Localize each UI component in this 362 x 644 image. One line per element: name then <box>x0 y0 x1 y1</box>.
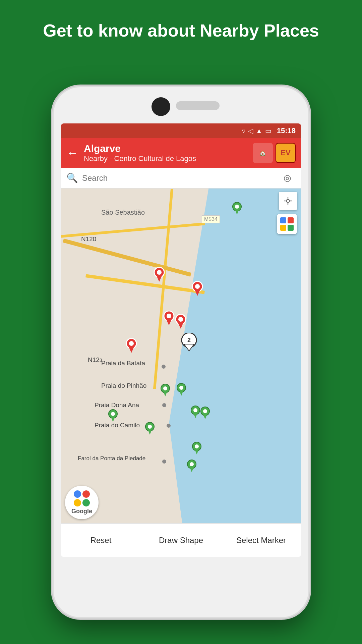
red-pin-3[interactable] <box>163 311 175 327</box>
green-pin-top[interactable] <box>232 202 242 217</box>
select-marker-button[interactable]: Select Marker <box>221 524 301 557</box>
svg-marker-28 <box>156 275 162 282</box>
search-icon: 🔍 <box>66 172 78 183</box>
svg-marker-43 <box>184 344 194 351</box>
beach-dot-farol <box>162 460 166 464</box>
svg-marker-25 <box>189 466 194 472</box>
search-bar: 🔍 ◎ <box>61 168 301 189</box>
svg-marker-4 <box>111 416 115 422</box>
reset-button[interactable]: Reset <box>61 524 141 557</box>
status-bar: ▿ ◁ ▲ ▭ 15:18 <box>61 123 301 138</box>
svg-point-45 <box>286 199 289 202</box>
beach-dot-1 <box>162 365 166 369</box>
location-target-button[interactable] <box>279 192 297 210</box>
svg-point-23 <box>195 444 199 448</box>
svg-marker-22 <box>194 448 199 454</box>
search-input[interactable] <box>82 173 279 183</box>
cluster-marker[interactable]: 2 <box>179 333 199 354</box>
place-praia-pinhao: Praia do Pinhão <box>101 382 146 389</box>
map-layers-button[interactable] <box>277 214 297 234</box>
reset-label: Reset <box>90 536 112 545</box>
green-pin-6[interactable] <box>200 407 210 421</box>
svg-marker-31 <box>194 289 200 296</box>
svg-point-2 <box>235 205 239 209</box>
phone-speaker <box>176 101 220 110</box>
green-pin-5[interactable] <box>190 406 200 420</box>
svg-point-20 <box>203 409 207 413</box>
road-main <box>63 238 191 277</box>
svg-point-38 <box>178 317 183 322</box>
svg-text:2: 2 <box>187 337 191 343</box>
home-button[interactable]: 🏠 <box>253 143 273 163</box>
back-button[interactable]: ← <box>66 146 78 160</box>
svg-point-14 <box>179 386 183 390</box>
svg-marker-19 <box>203 413 207 419</box>
red-pin-2[interactable] <box>192 281 203 297</box>
battery-icon: ▭ <box>265 127 272 135</box>
svg-marker-10 <box>163 390 168 396</box>
beach-dot-4 <box>167 424 171 428</box>
app-bar: ← Algarve Nearby - Centro Cultural de La… <box>61 138 301 168</box>
svg-point-29 <box>157 270 162 275</box>
svg-point-11 <box>163 386 167 390</box>
select-marker-label: Select Marker <box>236 536 286 545</box>
svg-marker-37 <box>178 322 184 329</box>
svg-point-35 <box>167 314 171 318</box>
ev-button[interactable]: EV <box>276 143 296 163</box>
svg-marker-13 <box>179 390 184 396</box>
place-sao-sebastiao: São Sebastião <box>101 209 145 216</box>
app-title-main: Algarve <box>84 143 253 154</box>
my-location-button[interactable]: ◎ <box>279 170 296 186</box>
phone-camera <box>152 97 170 116</box>
red-pin-1[interactable] <box>154 267 165 283</box>
phone-screen: ▿ ◁ ▲ ▭ 15:18 ← Algarve Nearby - Centro … <box>61 123 301 557</box>
svg-point-5 <box>111 412 115 416</box>
hero-title: Get to know about Nearby Places <box>0 0 362 54</box>
bottom-bar: Reset Draw Shape Select Marker <box>61 523 301 557</box>
svg-point-32 <box>195 284 200 289</box>
red-pin-5[interactable] <box>126 338 137 354</box>
draw-shape-button[interactable]: Draw Shape <box>141 524 221 557</box>
signal-icon: ◁ <box>248 127 253 135</box>
svg-point-26 <box>190 462 194 466</box>
draw-shape-label: Draw Shape <box>159 536 203 545</box>
place-praia-dona-ana: Praia Dona Ana <box>95 401 139 409</box>
svg-marker-1 <box>235 209 239 215</box>
green-pin-7[interactable] <box>192 442 202 457</box>
beach-dot-3 <box>162 403 166 407</box>
place-farol: Farol da Ponta da Piedade <box>78 455 145 462</box>
app-bar-title: Algarve Nearby - Centro Cultural de Lago… <box>84 143 253 163</box>
phone-mockup: ▿ ◁ ▲ ▭ 15:18 ← Algarve Nearby - Centro … <box>54 87 308 617</box>
status-icons: ▿ ◁ ▲ ▭ 15:18 <box>242 126 296 135</box>
svg-point-8 <box>148 425 152 429</box>
green-pin-3[interactable] <box>160 384 170 398</box>
road-horizontal-2 <box>85 274 205 294</box>
wifi-icon: ▿ <box>242 127 245 135</box>
svg-point-41 <box>129 341 134 346</box>
signal-full-icon: ▲ <box>256 127 262 135</box>
google-text: Google <box>71 508 92 515</box>
green-pin-8[interactable] <box>187 460 197 474</box>
road-label-m534: M534 <box>202 215 220 223</box>
svg-marker-7 <box>147 429 152 435</box>
green-pin-2[interactable] <box>145 422 155 437</box>
svg-marker-40 <box>128 346 134 353</box>
svg-marker-34 <box>166 319 172 325</box>
place-praia-batata: Praia da Batata <box>101 360 145 367</box>
app-title-sub: Nearby - Centro Cultural de Lagos <box>84 154 253 163</box>
svg-marker-16 <box>193 412 198 418</box>
app-bar-actions: 🏠 EV <box>253 143 296 163</box>
svg-point-17 <box>193 408 197 412</box>
map-area[interactable]: N120 N123 M534 São Sebastião Praia da Ba… <box>61 189 301 523</box>
red-pin-4[interactable] <box>175 314 186 330</box>
green-pin-4[interactable] <box>176 383 186 398</box>
status-time: 15:18 <box>277 126 296 135</box>
google-logo: Google <box>65 486 99 519</box>
road-label-n120: N120 <box>81 235 96 243</box>
green-pin-1[interactable] <box>108 409 118 424</box>
road-label-n123: N123 <box>88 356 102 364</box>
